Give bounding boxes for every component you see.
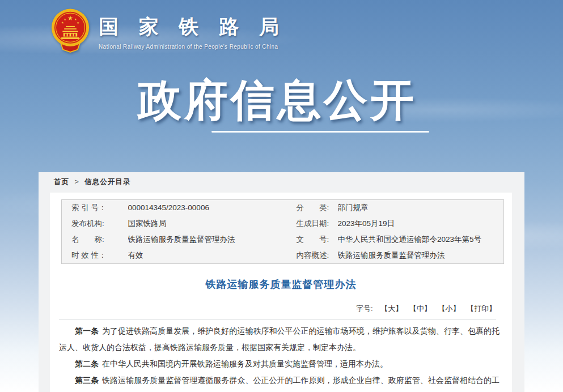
article-body: 第一条为了促进铁路高质量发展，维护良好的运输秩序和公平公正的运输市场环境，维护旅… [59,323,499,392]
breadcrumb-current-link[interactable]: 信息公开目录 [84,178,130,186]
meta-label-doc-number: 文 号: [287,232,338,248]
meta-row: 名 称: 铁路运输服务质量监督管理办法 文 号: 中华人民共和国交通运输部令20… [62,232,504,248]
page-banner-title: 政府信息公开 [138,71,417,130]
banner-underline [211,131,429,133]
site-name: 国 家 铁 路 局 [99,14,286,40]
meta-value-category: 部门规章 [338,200,504,216]
article-text-1: 为了促进铁路高质量发展，维护良好的运输秩序和公平公正的运输市场环境，维护旅客以及… [59,326,499,352]
meta-row: 时 效 性： 有效 内容概述: 铁路运输服务质量监督管理办法 [62,248,504,263]
meta-value-issuing-agency: 国家铁路局 [128,216,287,232]
font-size-small-button[interactable]: 【小】 [438,304,460,313]
meta-label-title: 名 称: [62,232,128,248]
site-header-logo[interactable]: 国 家 铁 路 局 National Railway Administratio… [50,8,286,54]
article-panel: 索 引 号： 000014345/2023-00006 分 类: 部门规章 发布… [50,193,512,392]
font-size-label: 字号: [356,304,373,313]
article-paragraph-3: 第三条铁路运输服务质量监督管理遵循服务群众、公正公开的工作原则，形成企业自律、政… [59,372,499,392]
meta-label-validity: 时 效 性： [62,248,128,263]
meta-row: 发布机构: 国家铁路局 生成日期: 2023年05月19日 [62,216,504,232]
meta-value-index-number: 000014345/2023-00006 [128,200,287,216]
breadcrumb-home-link[interactable]: 首页 [54,178,69,186]
breadcrumb-separator: > [74,178,79,186]
breadcrumb: 首页 > 信息公开目录 [54,177,130,187]
document-meta-table: 索 引 号： 000014345/2023-00006 分 类: 部门规章 发布… [61,199,504,264]
meta-label-index-number: 索 引 号： [62,200,128,216]
print-button[interactable]: 【打印】 [467,304,496,313]
meta-value-validity: 有效 [128,248,287,263]
meta-label-issue-date: 生成日期: [287,216,338,232]
article-title: 铁路运输服务质量监督管理办法 [50,278,512,291]
article-number-1: 第一条 [75,326,99,335]
site-name-english: National Railway Administration of the P… [99,44,286,50]
page-background: 国 家 铁 路 局 National Railway Administratio… [0,0,563,392]
china-national-emblem-icon [50,8,91,54]
meta-value-doc-number: 中华人民共和国交通运输部令2023年第5号 [338,232,504,248]
content-divider [59,319,496,319]
article-number-2: 第二条 [75,359,99,368]
font-size-large-button[interactable]: 【大】 [380,304,403,313]
meta-label-category: 分 类: [287,200,338,216]
meta-label-issuing-agency: 发布机构: [62,216,128,232]
font-size-medium-button[interactable]: 【中】 [409,304,431,313]
font-size-controls: 字号: 【大】 【中】 【小】 【打印】 [356,304,496,314]
article-text-3: 铁路运输服务质量监督管理遵循服务群众、公正公开的工作原则，形成企业自律、政府监管… [59,376,499,392]
meta-value-title: 铁路运输服务质量监督管理办法 [128,232,287,248]
article-paragraph-1: 第一条为了促进铁路高质量发展，维护良好的运输秩序和公平公正的运输市场环境，维护旅… [59,323,499,356]
content-card: 首页 > 信息公开目录 索 引 号： 000014345/2023-00006 … [39,172,524,392]
meta-label-summary: 内容概述: [287,248,338,263]
meta-row: 索 引 号： 000014345/2023-00006 分 类: 部门规章 [62,200,504,216]
meta-value-summary: 铁路运输服务质量监督管理办法 [338,248,504,263]
site-titles: 国 家 铁 路 局 National Railway Administratio… [99,8,286,50]
article-paragraph-2: 第二条在中华人民共和国境内开展铁路运输服务及对其质量实施监督管理，适用本办法。 [59,356,499,372]
article-text-2: 在中华人民共和国境内开展铁路运输服务及对其质量实施监督管理，适用本办法。 [102,359,388,368]
meta-value-issue-date: 2023年05月19日 [338,216,504,232]
article-number-3: 第三条 [75,376,99,385]
